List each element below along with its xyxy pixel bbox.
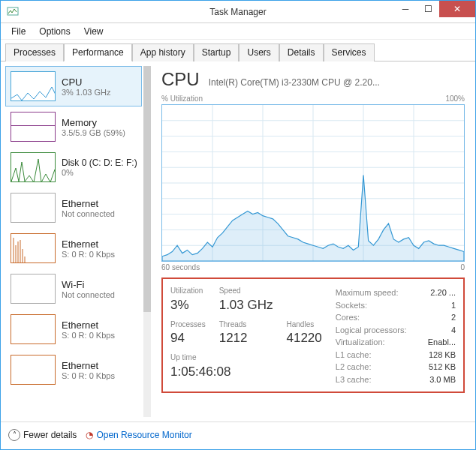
sidebar-item-sub: 3% 1.03 GHz <box>62 88 110 97</box>
sidebar-item-label: Wi-Fi <box>62 279 115 290</box>
stat-key: Cores: <box>336 311 360 324</box>
label-uptime: Up time <box>170 353 322 363</box>
sidebar-item-ethernet-2[interactable]: EthernetS: 0 R: 0 Kbps <box>5 309 142 350</box>
ethernet-thumb-icon <box>11 314 56 344</box>
title-bar: Task Manager ─ ☐ ✕ <box>1 1 475 23</box>
label-utilization: Utilization <box>170 286 206 296</box>
ethernet-thumb-icon <box>11 193 56 223</box>
content-area: CPU3% 1.03 GHz Memory3.5/5.9 GB (59%) Di… <box>1 62 475 422</box>
app-icon <box>7 6 19 18</box>
sidebar-item-sub: Not connected <box>62 290 115 299</box>
stat-row: Sockets:1 <box>336 299 456 312</box>
tab-users[interactable]: Users <box>239 44 279 62</box>
sidebar-item-ethernet-1[interactable]: EthernetS: 0 R: 0 Kbps <box>5 228 142 268</box>
stat-row: L2 cache:512 KB <box>336 361 456 374</box>
tab-processes[interactable]: Processes <box>5 44 64 62</box>
sidebar-item-wifi[interactable]: Wi-FiNot connected <box>5 268 142 309</box>
sidebar-item-label: Disk 0 (C: D: E: F:) <box>62 158 137 168</box>
resource-monitor-label[interactable]: Open Resource Monitor <box>96 430 191 440</box>
value-threads: 1212 <box>219 331 273 347</box>
stat-key: Sockets: <box>336 299 367 312</box>
value-handles: 41220 <box>287 331 322 347</box>
stat-key: Logical processors: <box>336 324 407 337</box>
label-processes: Processes <box>170 320 206 330</box>
wifi-thumb-icon <box>11 274 56 304</box>
ethernet-thumb-icon <box>11 355 56 385</box>
minimize-button[interactable]: ─ <box>394 1 417 17</box>
tab-performance[interactable]: Performance <box>64 44 132 62</box>
tab-app-history[interactable]: App history <box>132 44 194 62</box>
menu-file[interactable]: File <box>5 25 32 38</box>
value-processes: 94 <box>170 331 206 347</box>
stat-row: Cores:2 <box>336 311 456 324</box>
tab-services[interactable]: Services <box>324 44 375 62</box>
sidebar-item-ethernet-0[interactable]: EthernetNot connected <box>5 188 142 228</box>
label-handles: Handles <box>287 320 322 330</box>
tab-startup[interactable]: Startup <box>194 44 240 62</box>
label-speed: Speed <box>219 286 273 296</box>
stat-value: 2 <box>451 311 456 324</box>
maximize-button[interactable]: ☐ <box>417 1 439 17</box>
memory-thumb-icon <box>11 112 56 142</box>
value-uptime: 1:05:46:08 <box>170 364 322 381</box>
chevron-up-icon: ˄ <box>8 429 20 441</box>
window-title: Task Manager <box>209 7 266 17</box>
main-panel: CPU Intel(R) Core(TM) i3-2330M CPU @ 2.2… <box>151 62 475 422</box>
stats-right: Maximum speed:2.20 ...Sockets:1Cores:2Lo… <box>336 286 456 386</box>
stat-value: 2.20 ... <box>430 286 456 299</box>
tab-bar: Processes Performance App history Startu… <box>1 40 475 62</box>
stat-key: L2 cache: <box>336 361 372 374</box>
stats-panel: Utilization Speed 3% 1.03 GHz Processes … <box>161 278 465 393</box>
stat-value: 128 KB <box>429 349 456 362</box>
stat-value: 512 KB <box>429 361 456 374</box>
sidebar-item-ethernet-3[interactable]: EthernetS: 0 R: 0 Kbps <box>5 350 142 390</box>
sidebar-item-memory[interactable]: Memory3.5/5.9 GB (59%) <box>5 106 142 147</box>
cpu-utilization-chart <box>161 104 465 262</box>
sidebar-item-sub: S: 0 R: 0 Kbps <box>62 331 115 340</box>
stats-left: Utilization Speed 3% 1.03 GHz Processes … <box>170 286 322 386</box>
sidebar-item-disk[interactable]: Disk 0 (C: D: E: F:)0% <box>5 147 142 188</box>
cpu-model: Intel(R) Core(TM) i3-2330M CPU @ 2.20... <box>209 77 380 88</box>
footer-bar: ˄ Fewer details ◔ Open Resource Monitor <box>1 422 475 447</box>
sidebar-item-sub: Not connected <box>62 209 115 218</box>
sidebar-item-sub: S: 0 R: 0 Kbps <box>62 250 115 259</box>
tab-details[interactable]: Details <box>279 44 324 62</box>
stat-key: Maximum speed: <box>336 286 399 299</box>
ethernet-thumb-icon <box>11 233 56 263</box>
stat-row: L3 cache:3.0 MB <box>336 374 456 386</box>
resource-monitor-icon: ◔ <box>86 430 93 440</box>
window-buttons: ─ ☐ ✕ <box>394 1 475 17</box>
sidebar-item-label: CPU <box>62 76 110 88</box>
sidebar-item-label: Memory <box>62 117 125 128</box>
label-threads: Threads <box>219 320 273 330</box>
menu-view[interactable]: View <box>78 25 110 38</box>
sidebar-item-sub: S: 0 R: 0 Kbps <box>62 371 115 380</box>
page-title: CPU <box>161 69 200 90</box>
sidebar-scrollbar[interactable] <box>143 66 151 417</box>
scroll-thumb[interactable] <box>143 66 151 312</box>
fewer-details-label: Fewer details <box>23 430 77 440</box>
stat-key: L3 cache: <box>336 374 372 386</box>
stat-value: Enabl... <box>428 336 456 349</box>
close-button[interactable]: ✕ <box>439 1 475 17</box>
sidebar-item-label: Ethernet <box>62 238 115 250</box>
sidebar-item-label: Ethernet <box>62 360 115 371</box>
stat-row: L1 cache:128 KB <box>336 349 456 362</box>
disk-thumb-icon <box>11 152 56 182</box>
sidebar-item-sub: 3.5/5.9 GB (59%) <box>62 128 125 137</box>
stat-value: 1 <box>451 299 456 312</box>
stat-row: Logical processors:4 <box>336 324 456 337</box>
sidebar-item-cpu[interactable]: CPU3% 1.03 GHz <box>5 66 142 106</box>
stat-value: 3.0 MB <box>429 374 456 386</box>
chart-label-bottom-right: 0 <box>460 263 465 272</box>
chart-label-top-right: 100% <box>445 94 465 103</box>
stat-key: Virtualization: <box>336 336 385 349</box>
stat-row: Maximum speed:2.20 ... <box>336 286 456 299</box>
menu-options[interactable]: Options <box>33 25 76 38</box>
fewer-details-button[interactable]: ˄ Fewer details <box>8 429 77 441</box>
stat-value: 4 <box>451 324 456 337</box>
sidebar-item-label: Ethernet <box>62 198 115 209</box>
open-resource-monitor-link[interactable]: ◔ Open Resource Monitor <box>86 430 191 440</box>
resource-sidebar: CPU3% 1.03 GHz Memory3.5/5.9 GB (59%) Di… <box>1 62 151 422</box>
value-utilization: 3% <box>170 298 206 314</box>
